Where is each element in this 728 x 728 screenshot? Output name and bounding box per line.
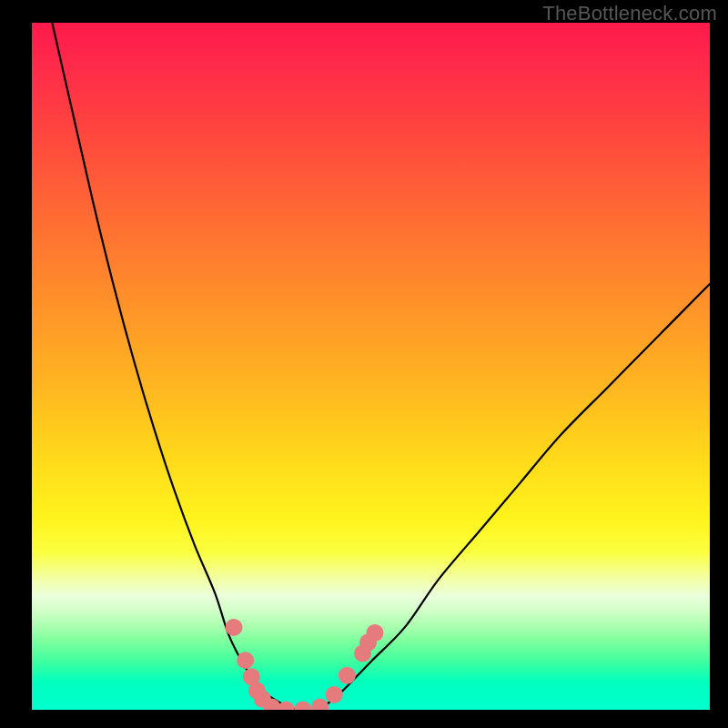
curve-markers bbox=[226, 619, 384, 710]
data-marker bbox=[237, 652, 254, 669]
bottleneck-curve bbox=[32, 23, 710, 710]
data-marker bbox=[366, 624, 383, 642]
data-marker bbox=[326, 686, 343, 703]
watermark-text: TheBottleneck.com bbox=[542, 2, 717, 25]
data-marker bbox=[311, 698, 329, 710]
curve-svg bbox=[32, 23, 710, 710]
plot-area bbox=[32, 23, 710, 710]
data-marker bbox=[339, 667, 356, 684]
chart-frame: TheBottleneck.com bbox=[0, 0, 728, 728]
data-marker bbox=[295, 702, 312, 711]
data-marker bbox=[226, 619, 243, 636]
